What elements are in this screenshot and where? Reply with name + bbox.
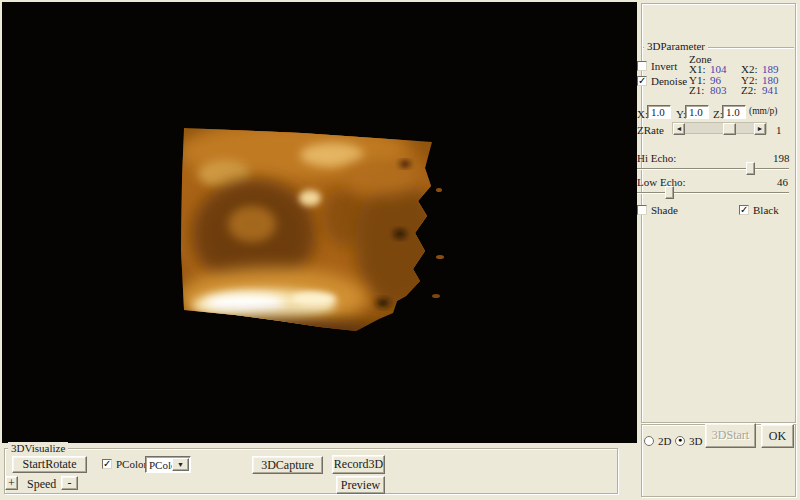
zone-x1-label: X1: <box>689 64 710 75</box>
low-echo-label: Low Echo: <box>637 176 686 188</box>
mode-3d-radio[interactable]: ● <box>675 436 685 446</box>
mode-3d-label: 3D <box>689 435 702 447</box>
low-echo-track[interactable] <box>637 192 789 194</box>
capture-3d-button[interactable]: 3DCapture <box>252 456 323 474</box>
zone-row-z: Z1:803Z2:941 <box>689 85 795 96</box>
scale-z-input[interactable]: 1.0 <box>722 105 746 119</box>
chevron-down-icon[interactable]: ▼ <box>172 458 189 471</box>
parameter-group-title: 3DParameter <box>644 40 708 52</box>
zone-x1-value: 104 <box>710 64 741 75</box>
pcolor-checkbox[interactable]: ✓ <box>102 459 112 469</box>
low-echo-slider-thumb[interactable] <box>665 186 674 199</box>
black-checkbox[interactable]: ✓ <box>739 205 749 215</box>
zone-z2-label: Z2: <box>741 85 762 96</box>
ok-button[interactable]: OK <box>761 424 794 448</box>
scale-x-input[interactable]: 1.0 <box>647 105 671 119</box>
application-window: 3DParameter Invert ✓ Denoise Zone X1:104… <box>0 0 800 500</box>
invert-checkbox[interactable] <box>637 61 647 71</box>
mode-2d-radio[interactable] <box>644 436 654 446</box>
zrate-label: ZRate <box>637 124 664 136</box>
shade-checkbox[interactable] <box>637 205 647 215</box>
pcolor-dropdown[interactable]: PColor ▼ <box>145 456 191 473</box>
render-viewport[interactable] <box>2 2 637 443</box>
black-label: Black <box>753 204 779 216</box>
speed-minus-button[interactable]: - <box>61 476 78 490</box>
zrate-value: 1 <box>776 124 782 136</box>
visualize-group-title: 3DVisualize <box>8 442 68 454</box>
zrate-scroll-thumb[interactable] <box>723 123 736 135</box>
invert-label: Invert <box>651 60 677 72</box>
mode-2d-label: 2D <box>658 435 671 447</box>
record-3d-button[interactable]: Record3D <box>332 455 385 474</box>
zone-z2-value: 941 <box>762 84 779 96</box>
low-echo-value: 46 <box>777 176 788 188</box>
zone-row-x: X1:104X2:189 <box>689 64 795 75</box>
pcolor-checkbox-label: PColor <box>116 458 147 470</box>
zone-z1-value: 803 <box>710 85 741 96</box>
scale-y-input[interactable]: 1.0 <box>685 105 709 119</box>
start3d-button[interactable]: 3DStart <box>705 423 756 448</box>
speed-label: Speed <box>27 477 56 492</box>
zrate-scrollbar[interactable]: ◄ ► <box>672 122 767 134</box>
scroll-left-icon[interactable]: ◄ <box>673 123 685 135</box>
scroll-right-icon[interactable]: ► <box>754 123 766 135</box>
zone-z1-label: Z1: <box>689 85 710 96</box>
denoise-checkbox[interactable]: ✓ <box>637 76 647 86</box>
zone-values: X1:104X2:189 Y1:96Y2:180 Z1:803Z2:941 <box>689 64 795 96</box>
start-rotate-button[interactable]: StartRotate <box>12 456 87 473</box>
shade-label: Shade <box>651 204 678 216</box>
ultrasound-volume-image <box>2 2 637 443</box>
preview-button[interactable]: Preview <box>336 476 385 494</box>
denoise-label: Denoise <box>651 75 687 87</box>
zone-x2-label: X2: <box>741 64 762 75</box>
speed-plus-button[interactable]: + <box>5 476 18 490</box>
hi-echo-track[interactable] <box>637 168 789 170</box>
hi-echo-slider-thumb[interactable] <box>746 162 755 175</box>
hi-echo-label: Hi Echo: <box>637 152 676 164</box>
scale-unit-label: (mm/p) <box>749 106 778 116</box>
hi-echo-value: 198 <box>773 152 790 164</box>
